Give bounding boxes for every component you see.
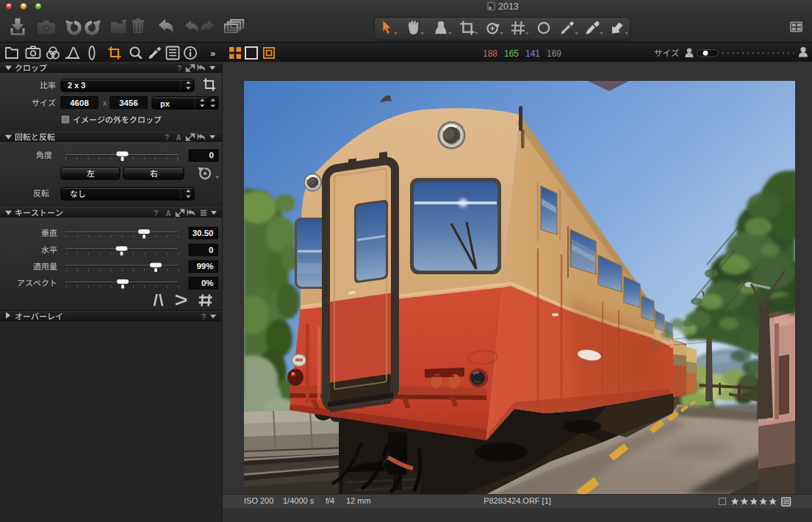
svg-text:ISO 200: ISO 200 [244,496,273,505]
svg-text:4608: 4608 [70,99,89,107]
svg-text:12 mm: 12 mm [346,496,371,505]
svg-text:0: 0 [209,246,213,254]
svg-text:x: x [103,99,107,107]
svg-text:?: ? [177,65,182,73]
svg-text:?: ? [154,210,158,218]
svg-text:141: 141 [525,49,540,59]
svg-text:30.50: 30.50 [193,229,214,237]
svg-text:165: 165 [504,49,519,59]
svg-text:169: 169 [547,49,561,59]
svg-text:1/4000 s: 1/4000 s [283,496,315,505]
svg-text:P8283424.ORF [1]: P8283424.ORF [1] [484,496,551,505]
svg-text:?: ? [165,134,169,142]
svg-text:A: A [165,210,170,218]
svg-text:188: 188 [483,49,497,59]
svg-text:2 x 3: 2 x 3 [68,81,85,90]
svg-text:3456: 3456 [119,99,138,107]
svg-text:f/4: f/4 [326,496,334,505]
svg-text:99%: 99% [196,262,213,271]
svg-text:?: ? [201,313,206,321]
svg-text:»: » [210,48,215,59]
svg-text:0%: 0% [201,279,214,287]
svg-text:0: 0 [209,151,214,160]
svg-text:px: px [160,99,170,108]
svg-text:2013: 2013 [498,1,519,12]
svg-text:A: A [176,134,181,142]
